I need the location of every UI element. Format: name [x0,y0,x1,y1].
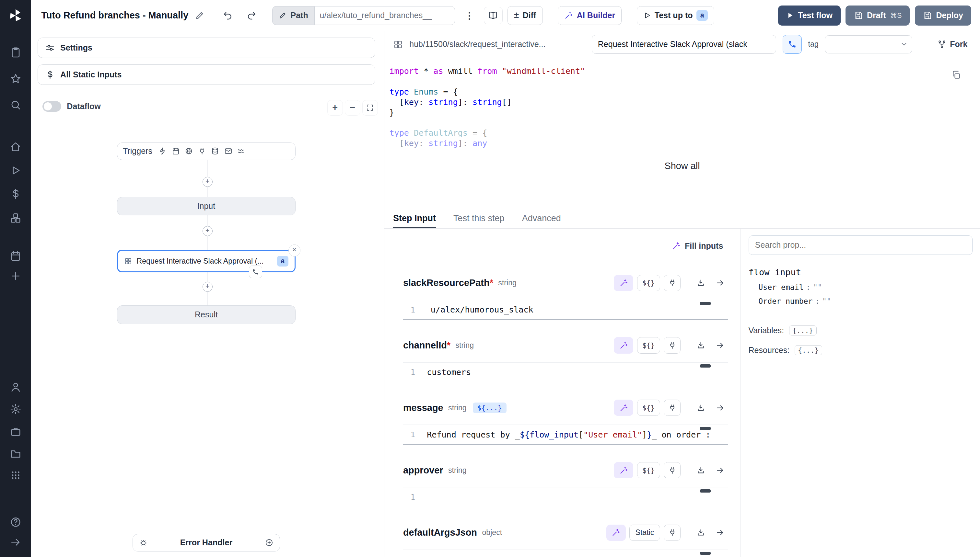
suspend-approval-button[interactable] [782,35,802,54]
plus-circle-icon[interactable] [265,538,273,547]
arrow-right-icon-button[interactable] [713,275,728,290]
download-icon-button[interactable] [693,463,709,478]
expression-button[interactable]: ${} [637,275,660,291]
download-icon-button[interactable] [693,275,709,290]
ai-generate-button[interactable] [614,462,633,478]
plug-button[interactable] [664,524,681,541]
field-value-editor[interactable]: 1 [403,487,728,507]
plug-button[interactable] [664,337,681,353]
zoom-in-button[interactable]: + [327,100,343,116]
database-icon[interactable] [211,147,219,155]
show-all-button[interactable]: Show all [656,158,709,174]
stream-waves-icon[interactable] [237,147,245,155]
expression-button[interactable]: ${} [637,337,660,353]
step-node-selected[interactable]: Request Interactive Slack Approval (... … [117,250,296,272]
fullscreen-button[interactable] [362,100,378,116]
prop-search-input[interactable] [749,235,973,255]
all-static-inputs-button[interactable]: All Static Inputs [38,64,375,85]
fill-inputs-button[interactable]: Fill inputs [666,235,728,257]
http-globe-icon[interactable] [185,147,193,155]
fork-button[interactable]: Fork [934,37,971,52]
input-node[interactable]: Input [117,197,296,216]
test-flow-button[interactable]: Test flow [778,5,841,26]
settings-button[interactable]: Settings [38,37,375,58]
edit-title-pencil-icon[interactable] [195,10,205,20]
download-icon-button[interactable] [693,400,709,415]
add-icon[interactable] [0,266,31,286]
expression-button[interactable]: ${} [637,462,660,478]
zoom-out-button[interactable]: − [345,100,360,116]
dataflow-toggle[interactable] [42,101,61,112]
workers-briefcase-icon[interactable] [0,422,31,442]
redo-button[interactable] [242,7,261,24]
static-mode-button[interactable]: Static [629,524,660,541]
ai-generate-button[interactable] [606,524,626,541]
tab-test-this-step[interactable]: Test this step [453,208,505,228]
editor-scrollbar[interactable] [700,552,711,555]
tab-step-input[interactable]: Step Input [393,208,436,228]
download-icon-button[interactable] [693,338,709,353]
path-button[interactable]: Path [272,6,315,25]
tab-advanced[interactable]: Advanced [522,208,561,228]
step-summary-input[interactable] [592,35,776,54]
more-menu-button[interactable]: ⋮ [460,7,479,24]
field-value-editor[interactable]: 1 [403,550,728,557]
help-icon[interactable] [0,512,31,532]
plug-button[interactable] [664,462,681,478]
deploy-button[interactable]: Deploy [915,5,971,26]
ai-builder-button[interactable]: AI Builder [558,6,622,25]
editor-scrollbar[interactable] [700,302,711,305]
code-editor[interactable]: import * as wmill from "windmill-client"… [384,57,980,159]
expression-button[interactable]: ${} [637,400,660,416]
email-icon[interactable] [224,147,232,155]
settings-gear-icon[interactable] [0,399,31,419]
windmill-logo[interactable] [0,0,31,31]
undo-button[interactable] [219,7,237,24]
clipboard-icon[interactable] [0,42,31,62]
add-step-connector[interactable]: + [203,177,212,187]
copy-code-button[interactable] [951,70,965,83]
test-up-to-button[interactable]: Test up to a [637,6,715,25]
tag-select[interactable] [825,35,912,54]
collapse-arrow-icon[interactable] [0,532,31,552]
ai-generate-button[interactable] [614,337,633,353]
variables-dollar-icon[interactable] [0,184,31,204]
remove-step-button[interactable]: × [288,244,301,256]
diff-button[interactable]: ± Diff [508,6,543,25]
search-icon[interactable] [0,95,31,115]
arrow-right-icon-button[interactable] [713,338,728,353]
field-value-editor[interactable]: 1 Refund request by _${flow_input["User … [403,425,728,445]
editor-scrollbar[interactable] [700,364,711,368]
arrow-right-icon-button[interactable] [713,463,728,478]
ai-generate-button[interactable] [614,400,633,416]
triggers-node[interactable]: Triggers [117,142,296,160]
result-node[interactable]: Result [117,305,296,324]
variables-expand-chip[interactable]: {...} [789,326,817,336]
schedules-calendar-icon[interactable] [0,246,31,266]
field-value-editor[interactable]: 1 u/alex/humorous_slack [403,300,728,320]
editor-scrollbar[interactable] [700,427,711,430]
docs-book-button[interactable] [484,7,503,24]
webhook-bolt-icon[interactable] [158,147,167,155]
editor-scrollbar[interactable] [700,489,711,493]
apps-grid-icon[interactable] [0,465,31,485]
draft-button[interactable]: Draft ⌘S [846,5,910,26]
arrow-right-icon-button[interactable] [713,400,728,415]
runs-play-icon[interactable] [0,161,31,181]
path-input[interactable] [314,6,455,25]
add-step-connector[interactable]: + [203,282,212,292]
hub-script-path[interactable]: hub/11500/slack/request_interactive... [409,39,586,49]
add-step-connector[interactable]: + [203,226,212,236]
field-value-editor[interactable]: 1 customers [403,362,728,383]
resources-blocks-icon[interactable] [0,208,31,228]
flow-input-root[interactable]: flow_input [749,267,973,277]
plug-button[interactable] [664,400,681,416]
schedule-calendar-icon[interactable] [172,147,180,155]
star-icon[interactable] [0,68,31,89]
home-icon[interactable] [0,137,31,157]
plug-button[interactable] [664,275,681,291]
resources-expand-chip[interactable]: {...} [795,345,822,355]
arrow-right-icon-button[interactable] [713,525,728,540]
user-icon[interactable] [0,377,31,397]
download-icon-button[interactable] [693,525,709,540]
